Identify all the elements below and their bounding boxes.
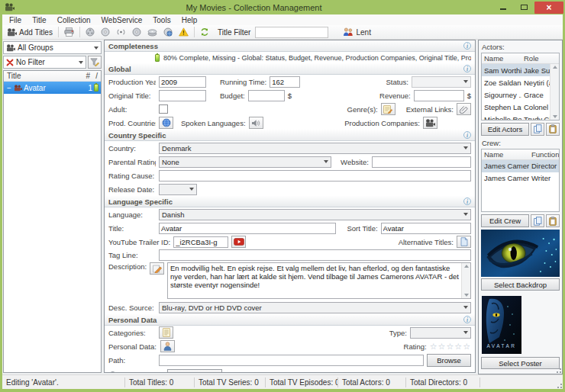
edit-description-button[interactable] [150, 262, 164, 275]
actor-row[interactable]: Stephen Lang Colonel Mile... [482, 101, 559, 113]
spoken-languages-button[interactable] [249, 117, 263, 129]
maximize-button[interactable] [514, 2, 534, 13]
actors-scrollbar[interactable] [550, 64, 559, 120]
menu-tools[interactable]: Tools [147, 15, 176, 25]
actor-row[interactable]: Sam Worthi... Jake Sully [482, 64, 559, 76]
minimize-button[interactable] [493, 2, 513, 13]
panel-resize-grip[interactable] [555, 367, 561, 373]
menu-help[interactable]: Help [176, 15, 203, 25]
list-item-avatar[interactable]: Avatar 1 [4, 82, 101, 94]
sort-title-input[interactable] [381, 223, 471, 234]
categories-button[interactable] [159, 326, 173, 339]
crew-title: Crew: [482, 139, 560, 147]
movie-camera-icon [7, 28, 17, 37]
running-time-input[interactable] [270, 76, 300, 88]
edit-crew-button[interactable]: Edit Crew [481, 214, 529, 227]
youtube-trailer-input[interactable] [173, 236, 228, 248]
paperclip-icon [460, 105, 468, 114]
menu-collection[interactable]: Collection [52, 15, 96, 25]
info-icon[interactable] [463, 316, 471, 323]
chevron-down-icon [94, 47, 98, 50]
tag-line-input[interactable] [159, 249, 471, 261]
crew-row[interactable]: James Cameron Director [482, 160, 559, 172]
section-title: Global [108, 65, 131, 73]
paste-actors-button[interactable] [546, 123, 560, 136]
desc-source-dropdown[interactable]: Blu-ray, DVD or HD DVD cover [159, 302, 471, 313]
menu-webservice[interactable]: WebService [96, 15, 148, 25]
info-icon[interactable] [463, 42, 471, 50]
backdrop-image[interactable] [481, 230, 560, 277]
actor-row[interactable]: Sigourney ... Grace [482, 88, 559, 101]
original-title-label: Original Title: [108, 92, 156, 100]
actor-row[interactable]: Michelle Ro... Trudy Chacon [482, 113, 559, 120]
country-dropdown[interactable]: Denmark [159, 143, 471, 154]
description-scrollbar[interactable] [461, 263, 470, 298]
youtube-button[interactable] [231, 236, 246, 248]
actors-header[interactable]: Name Role [482, 53, 559, 64]
info-icon[interactable] [463, 65, 471, 72]
adult-checkbox[interactable] [159, 104, 168, 114]
close-button[interactable] [534, 2, 563, 14]
production-year-input[interactable] [159, 76, 206, 88]
crew-function: Writer [529, 174, 559, 182]
filter-dropdown[interactable]: No Filter [3, 56, 86, 69]
print-button[interactable] [62, 27, 76, 37]
disc-stack-button[interactable] [145, 27, 160, 37]
path-input[interactable] [159, 355, 424, 366]
prod-countries-button[interactable] [159, 117, 173, 129]
budget-input[interactable] [248, 90, 285, 101]
actor-row[interactable]: Zoe Saldana Neytiri (as Z... [482, 76, 559, 88]
edit-filter-button[interactable] [88, 56, 102, 69]
original-title-input[interactable] [159, 90, 206, 101]
info-icon[interactable] [463, 131, 471, 139]
alternative-titles-button[interactable] [457, 236, 471, 248]
printer-icon [64, 27, 74, 37]
info-icon[interactable] [463, 198, 471, 205]
rating-stars[interactable] [430, 342, 471, 352]
disc-button[interactable] [130, 27, 144, 37]
status-dropdown[interactable] [412, 76, 471, 88]
content-area: All Groups No Filter Title [2, 40, 563, 374]
disc-globe-button[interactable] [161, 27, 175, 37]
menu-file[interactable]: File [4, 15, 27, 25]
website-input[interactable] [372, 156, 471, 168]
title-input[interactable] [159, 223, 336, 234]
language-dropdown[interactable]: Danish [159, 209, 471, 220]
left-panel: All Groups No Filter Title [3, 41, 102, 373]
type-dropdown[interactable] [410, 327, 471, 339]
genres-button[interactable] [381, 103, 396, 115]
collapse-icon[interactable] [6, 84, 12, 92]
title-filter-input[interactable] [255, 27, 328, 38]
parental-rating-dropdown[interactable]: None [159, 156, 331, 168]
groups-dropdown[interactable]: All Groups [3, 41, 102, 54]
copy-pages-icon [534, 217, 542, 226]
description-textarea[interactable]: En modvillig helt. En episk rejse. Et va… [168, 263, 470, 298]
broadcast-button[interactable] [114, 27, 128, 37]
revenue-input[interactable] [414, 90, 464, 101]
poster-image[interactable]: AVATAR [482, 296, 521, 354]
window-resize-grip[interactable] [556, 382, 562, 388]
select-backdrop-button[interactable]: Select Backdrop [481, 278, 560, 291]
copy-actors-button[interactable] [531, 123, 544, 136]
film-reel-button[interactable] [83, 27, 97, 37]
release-date-dropdown[interactable] [159, 184, 197, 195]
crew-header[interactable]: Name Function [482, 149, 559, 160]
crew-row[interactable]: James Cameron Writer [482, 172, 559, 185]
menu-title[interactable]: Title [27, 15, 52, 25]
disc-player-button[interactable] [98, 27, 112, 37]
refresh-button[interactable] [198, 27, 211, 37]
edit-actors-button[interactable]: Edit Actors [481, 123, 529, 136]
warning-button[interactable] [176, 27, 191, 37]
rating-cause-input[interactable] [159, 170, 471, 182]
external-links-button[interactable] [457, 103, 471, 115]
production-companies-button[interactable] [423, 117, 437, 129]
title-list-header[interactable]: Title # / [4, 71, 101, 82]
save-movie-button[interactable]: Save Movie [167, 369, 222, 374]
lent-button[interactable]: Lent [341, 27, 373, 37]
browse-button[interactable]: Browse [427, 354, 471, 367]
paste-crew-button[interactable] [546, 214, 560, 227]
select-poster-button[interactable]: Select Poster [481, 357, 560, 369]
personal-data-button[interactable] [160, 340, 175, 352]
add-titles-button[interactable]: Add Titles [5, 27, 55, 37]
copy-crew-button[interactable] [531, 214, 544, 227]
